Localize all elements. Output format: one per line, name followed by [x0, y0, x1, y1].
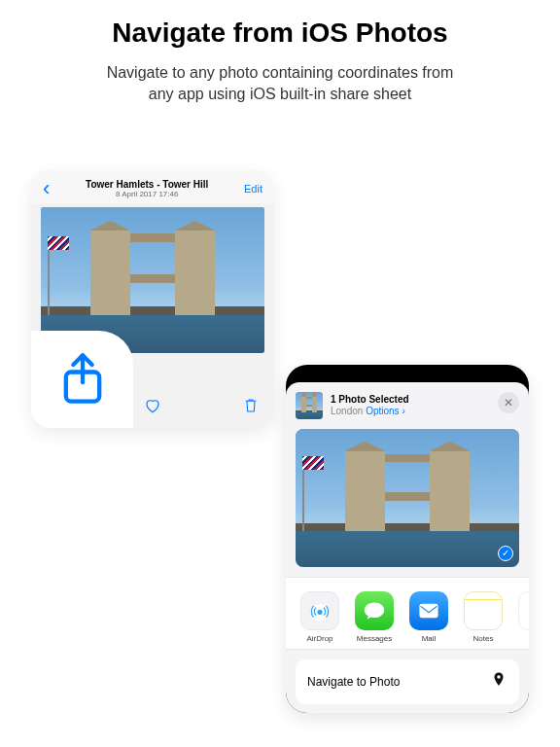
chevron-right-icon: › [402, 406, 404, 416]
share-sheet-subtitle: London Options › [331, 406, 409, 417]
photos-nav-bar: ‹ Tower Hamlets - Tower Hill 8 April 201… [31, 170, 274, 203]
share-sheet-screen: 1 Photo Selected London Options › ✕ ✓ [286, 365, 529, 713]
app-mail[interactable]: Mail [406, 591, 451, 643]
subtitle-line: Navigate to any photo containing coordin… [107, 64, 454, 81]
check-icon: ✓ [502, 549, 509, 558]
photo-thumbnail [296, 392, 323, 419]
app-label: Re [515, 634, 529, 643]
app-label: Mail [406, 634, 451, 643]
close-button[interactable]: ✕ [498, 392, 519, 413]
app-airdrop[interactable]: AirDrop [298, 591, 342, 643]
reminders-icon [518, 591, 529, 630]
app-label: Notes [461, 634, 506, 643]
share-sheet-header: 1 Photo Selected London Options › ✕ [286, 382, 529, 425]
svg-point-3 [497, 675, 500, 678]
app-notes[interactable]: Notes [461, 591, 506, 643]
app-label: AirDrop [298, 634, 342, 643]
share-sheet: 1 Photo Selected London Options › ✕ ✓ [286, 382, 529, 713]
photos-screen: ‹ Tower Hamlets - Tower Hill 8 April 201… [31, 170, 274, 428]
action-label: Navigate to Photo [307, 675, 400, 689]
app-label: Messages [352, 634, 397, 643]
photo-location-title: Tower Hamlets - Tower Hill [50, 179, 244, 190]
options-link[interactable]: Options › [366, 406, 405, 416]
messages-icon [355, 591, 394, 630]
page-subtitle: Navigate to any photo containing coordin… [0, 62, 560, 104]
share-sheet-location: London [331, 406, 363, 416]
share-button[interactable] [31, 331, 133, 428]
share-photo-preview[interactable]: ✓ [296, 429, 519, 567]
selected-badge: ✓ [498, 546, 513, 561]
navigate-to-photo-action[interactable]: Navigate to Photo [296, 659, 519, 704]
share-icon [57, 351, 108, 408]
notes-icon [464, 591, 503, 630]
favorite-button[interactable] [144, 397, 161, 414]
svg-point-1 [317, 610, 322, 615]
back-button[interactable]: ‹ [43, 178, 50, 199]
svg-rect-2 [419, 604, 438, 618]
subtitle-line: any app using iOS built-in share sheet [149, 86, 411, 102]
map-pin-icon [490, 671, 508, 693]
app-reminders[interactable]: Re [515, 591, 529, 643]
heart-icon [144, 397, 161, 414]
mail-icon [409, 591, 448, 630]
delete-button[interactable] [243, 397, 259, 414]
photos-toolbar [31, 350, 274, 428]
trash-icon [243, 397, 259, 414]
share-apps-row[interactable]: AirDrop Messages Mail Notes Re [286, 577, 529, 650]
airdrop-icon [300, 591, 339, 630]
photo-date-subtitle: 8 April 2017 17:46 [50, 190, 244, 198]
photos-title-block: Tower Hamlets - Tower Hill 8 April 2017 … [50, 179, 244, 198]
share-sheet-title: 1 Photo Selected [331, 394, 409, 406]
edit-button[interactable]: Edit [244, 183, 262, 195]
close-icon: ✕ [504, 397, 513, 409]
app-messages[interactable]: Messages [352, 591, 397, 643]
page-title: Navigate from iOS Photos [0, 18, 560, 49]
